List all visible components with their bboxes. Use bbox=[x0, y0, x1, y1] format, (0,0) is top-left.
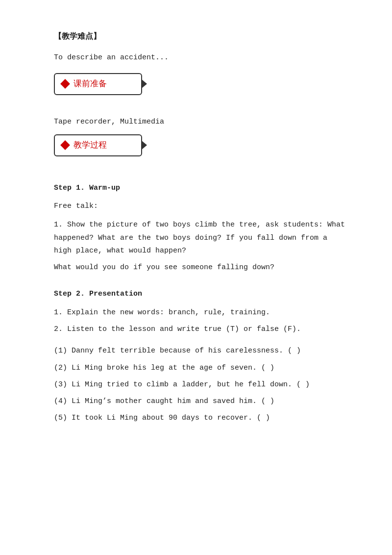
step2-item-4: (2) Li Ming broke his leg at the age of … bbox=[54, 362, 348, 375]
prep-content: Tape recorder, Multimedia bbox=[54, 116, 348, 128]
step2-item-5: (3) Li Ming tried to climb a ladder, but… bbox=[54, 378, 348, 391]
process-badge-label: 教学过程 bbox=[74, 138, 107, 152]
step2-item-7: (5) It took Li Ming about 90 days to rec… bbox=[54, 412, 348, 425]
process-badge-box: 教学过程 bbox=[54, 134, 142, 156]
step1-heading: Step 1. Warm-up bbox=[54, 182, 348, 195]
step1-item-1: 1. Show the picture of two boys climb th… bbox=[54, 219, 348, 257]
prep-badge-label: 课前准备 bbox=[74, 77, 107, 91]
step2-item-3: (1) Danny felt terrible because of his c… bbox=[54, 345, 348, 357]
step1-item-2: What would you do if you see someone fal… bbox=[54, 261, 348, 274]
step2-item-2: 2. Listen to the lesson and write true (… bbox=[54, 323, 348, 336]
step2-heading: Step 2. Presentation bbox=[54, 288, 348, 301]
step2-item-6: (4) Li Ming’s mother caught him and save… bbox=[54, 395, 348, 408]
prep-badge-box: 课前准备 bbox=[54, 73, 142, 95]
difficulty-header: 【教学难点】 bbox=[54, 29, 348, 43]
step1-freetalk-label: Free talk: bbox=[54, 200, 348, 213]
difficulty-description: To describe an accident... bbox=[54, 51, 348, 64]
step2-item-1: 1. Explain the new words: branch, rule, … bbox=[54, 306, 348, 319]
process-diamond-icon bbox=[60, 140, 70, 150]
prep-diamond-icon bbox=[60, 79, 70, 89]
